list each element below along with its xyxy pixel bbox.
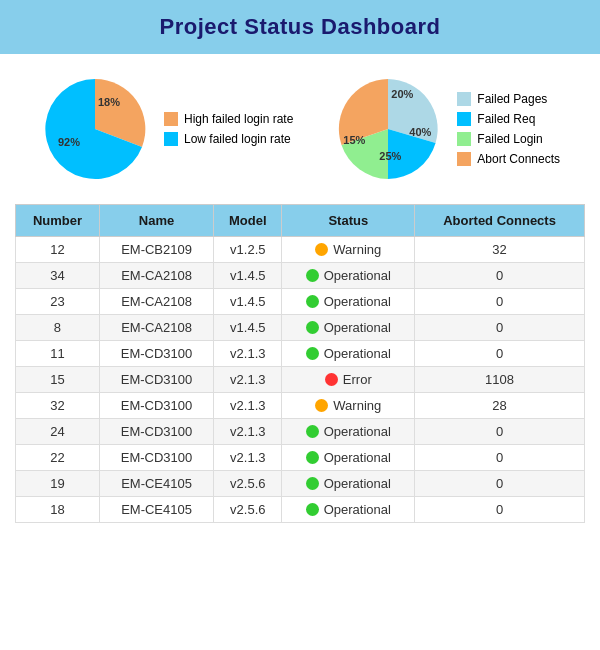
cell-number: 22 [16,445,100,471]
cell-model: v1.2.5 [214,237,282,263]
legend-item-low: Low failed login rate [164,132,293,146]
cell-aborted: 0 [415,419,585,445]
pie1-label-18: 18% [98,96,120,108]
cell-aborted: 0 [415,341,585,367]
status-label: Error [343,372,372,387]
status-label: Operational [324,424,391,439]
table-row: 8 EM-CA2108 v1.4.5 Operational 0 [16,315,585,341]
status-label: Operational [324,320,391,335]
legend-item-failed-pages: Failed Pages [457,92,560,106]
cell-name: EM-CD3100 [99,367,213,393]
cell-model: v2.1.3 [214,367,282,393]
legend-color-high [164,112,178,126]
cell-status: Error [282,367,415,393]
cell-model: v2.1.3 [214,419,282,445]
page-title: Project Status Dashboard [0,0,600,54]
cell-name: EM-CA2108 [99,289,213,315]
col-aborted: Aborted Connects [415,205,585,237]
cell-number: 24 [16,419,100,445]
status-dot [306,425,319,438]
status-dot [325,373,338,386]
cell-number: 18 [16,497,100,523]
col-number: Number [16,205,100,237]
table-row: 19 EM-CE4105 v2.5.6 Operational 0 [16,471,585,497]
legend-color-failed-pages [457,92,471,106]
status-dot [315,243,328,256]
cell-model: v2.1.3 [214,393,282,419]
pie-chart-2: 20% 40% 25% 15% [333,74,443,184]
table-row: 15 EM-CD3100 v2.1.3 Error 1108 [16,367,585,393]
pie2-label-25: 25% [379,150,401,162]
status-label: Operational [324,450,391,465]
pie2-label-20: 20% [391,88,413,100]
status-label: Operational [324,502,391,517]
col-model: Model [214,205,282,237]
legend-item-high: High failed login rate [164,112,293,126]
cell-model: v1.4.5 [214,315,282,341]
cell-model: v2.1.3 [214,445,282,471]
status-dot [306,347,319,360]
cell-aborted: 32 [415,237,585,263]
cell-model: v2.5.6 [214,471,282,497]
legend-item-failed-req: Failed Req [457,112,560,126]
cell-name: EM-CA2108 [99,263,213,289]
cell-status: Operational [282,289,415,315]
cell-name: EM-CB2109 [99,237,213,263]
status-table: Number Name Model Status Aborted Connect… [15,204,585,523]
table-row: 22 EM-CD3100 v2.1.3 Operational 0 [16,445,585,471]
status-label: Warning [333,398,381,413]
cell-number: 32 [16,393,100,419]
cell-number: 23 [16,289,100,315]
cell-number: 12 [16,237,100,263]
chart1-legend: High failed login rate Low failed login … [164,112,293,146]
legend-label-abort: Abort Connects [477,152,560,166]
pie1-label-92: 92% [58,136,80,148]
cell-name: EM-CD3100 [99,341,213,367]
cell-aborted: 0 [415,471,585,497]
cell-number: 19 [16,471,100,497]
cell-name: EM-CA2108 [99,315,213,341]
cell-number: 34 [16,263,100,289]
cell-model: v2.1.3 [214,341,282,367]
legend-label-high: High failed login rate [184,112,293,126]
status-label: Operational [324,294,391,309]
legend-label-failed-req: Failed Req [477,112,535,126]
cell-status: Operational [282,445,415,471]
chart1-container: 18% 92% High failed login rate Low faile… [40,74,293,184]
status-label: Operational [324,268,391,283]
table-row: 23 EM-CA2108 v1.4.5 Operational 0 [16,289,585,315]
cell-name: EM-CD3100 [99,419,213,445]
legend-color-failed-req [457,112,471,126]
cell-status: Operational [282,341,415,367]
status-dot [306,321,319,334]
legend-label-failed-login: Failed Login [477,132,542,146]
chart2-container: 20% 40% 25% 15% Failed Pages Failed Req … [333,74,560,184]
cell-aborted: 0 [415,263,585,289]
cell-name: EM-CE4105 [99,497,213,523]
status-label: Operational [324,476,391,491]
cell-aborted: 0 [415,315,585,341]
legend-item-abort: Abort Connects [457,152,560,166]
cell-status: Operational [282,315,415,341]
cell-status: Operational [282,497,415,523]
status-label: Operational [324,346,391,361]
cell-aborted: 0 [415,497,585,523]
legend-label-failed-pages: Failed Pages [477,92,547,106]
col-status: Status [282,205,415,237]
table-row: 24 EM-CD3100 v2.1.3 Operational 0 [16,419,585,445]
cell-name: EM-CE4105 [99,471,213,497]
status-label: Warning [333,242,381,257]
status-dot [306,269,319,282]
cell-status: Warning [282,237,415,263]
table-row: 32 EM-CD3100 v2.1.3 Warning 28 [16,393,585,419]
status-dot [315,399,328,412]
chart2-legend: Failed Pages Failed Req Failed Login Abo… [457,92,560,166]
cell-aborted: 0 [415,289,585,315]
cell-number: 8 [16,315,100,341]
status-dot [306,295,319,308]
cell-number: 15 [16,367,100,393]
table-row: 11 EM-CD3100 v2.1.3 Operational 0 [16,341,585,367]
cell-aborted: 1108 [415,367,585,393]
status-dot [306,477,319,490]
cell-status: Operational [282,471,415,497]
